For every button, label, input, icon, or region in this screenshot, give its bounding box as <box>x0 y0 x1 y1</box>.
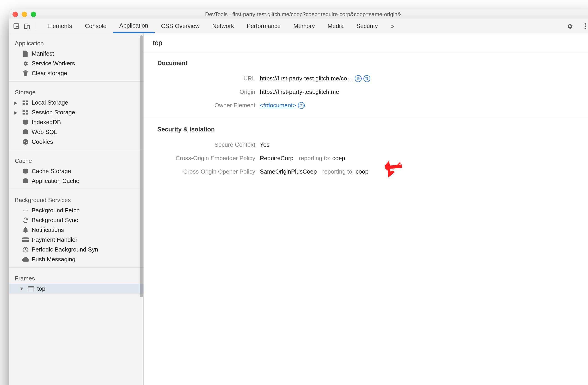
divider <box>144 117 588 117</box>
cloud-icon <box>22 256 29 263</box>
divider <box>35 22 35 31</box>
divider <box>9 81 144 82</box>
sidebar-item-label: Background Sync <box>32 217 78 224</box>
sidebar-item-label: Cookies <box>32 138 53 145</box>
owner-element-link[interactable]: <#document> <box>260 102 296 109</box>
svg-rect-12 <box>22 113 25 115</box>
reveal-in-network-icon[interactable]: ⇅ <box>363 75 370 82</box>
sidebar-item-clear-storage[interactable]: Clear storage <box>9 68 144 78</box>
origin-value: https://first-party-test.glitch.me <box>260 88 339 95</box>
sidebar-vertical-scrollbar[interactable] <box>140 35 143 297</box>
db-icon <box>22 129 29 136</box>
svg-rect-10 <box>22 110 25 112</box>
coop-reporting-value: coop <box>356 168 368 175</box>
url-label: URL <box>157 75 255 82</box>
sidebar-item-label: Background Fetch <box>32 207 80 214</box>
owner-label: Owner Element <box>157 102 255 109</box>
kebab-menu-icon[interactable] <box>581 22 588 31</box>
device-toolbar-icon[interactable] <box>22 22 31 31</box>
sidebar-item-session-storage[interactable]: ▶ Session Storage <box>9 107 144 117</box>
tab-media[interactable]: Media <box>321 19 350 33</box>
row-url: URL https://first-party-test.glitch.me/c… <box>157 72 583 85</box>
tab-network[interactable]: Network <box>206 19 240 33</box>
sidebar-item-payment-handler[interactable]: Payment Handler <box>9 235 144 245</box>
main-panel: top Document URL https://first-party-tes… <box>144 33 588 385</box>
collapse-arrow-icon[interactable]: ▼ <box>19 286 24 291</box>
more-tabs-icon[interactable]: » <box>384 19 400 33</box>
sidebar-item-label: Cache Storage <box>32 168 71 175</box>
sidebar-item-label: Notifications <box>32 226 64 234</box>
sidebar-section-storage: Storage <box>9 85 144 98</box>
row-coop: Cross-Origin Opener Policy SameOriginPlu… <box>157 165 583 178</box>
sidebar-item-service-workers[interactable]: Service Workers <box>9 59 144 68</box>
tab-console[interactable]: Console <box>78 19 113 33</box>
db-icon <box>22 178 29 185</box>
sidebar-item-push-messaging[interactable]: Push Messaging <box>9 255 144 264</box>
panel-tabs: Elements Console Application CSS Overvie… <box>41 19 400 33</box>
sidebar-item-periodic-sync[interactable]: Periodic Background Syn <box>9 245 144 255</box>
url-value: https://first-party-test.glitch.me/co… <box>260 75 353 82</box>
sidebar: Application Manifest Service Workers Cle… <box>9 33 144 385</box>
tab-performance[interactable]: Performance <box>240 19 287 33</box>
sidebar-item-cookies[interactable]: Cookies <box>9 137 144 147</box>
coop-reporting-label: reporting to: <box>322 168 354 175</box>
coep-reporting-label: reporting to: <box>299 155 330 162</box>
sidebar-item-label: Local Storage <box>32 99 68 106</box>
divider <box>9 150 144 150</box>
tab-css-overview[interactable]: CSS Overview <box>155 19 206 33</box>
sidebar-item-background-sync[interactable]: Background Sync <box>9 215 144 225</box>
reveal-in-sources-icon[interactable]: ⊖ <box>355 75 362 82</box>
coep-reporting-value: coep <box>332 155 345 162</box>
sidebar-item-cache-storage[interactable]: Cache Storage <box>9 166 144 176</box>
sidebar-section-bgservices: Background Services <box>9 192 144 206</box>
tab-security[interactable]: Security <box>350 19 384 33</box>
sidebar-item-label: Push Messaging <box>32 256 75 263</box>
coep-value: RequireCorp <box>260 155 293 162</box>
svg-rect-11 <box>26 110 28 112</box>
settings-gear-icon[interactable] <box>566 22 574 31</box>
tab-memory[interactable]: Memory <box>287 19 321 33</box>
tab-elements[interactable]: Elements <box>41 19 78 33</box>
sidebar-item-frame-top[interactable]: ▼ top <box>9 284 144 294</box>
sidebar-section-cache: Cache <box>9 153 144 166</box>
clock-icon <box>22 246 29 253</box>
sidebar-item-web-sql[interactable]: Web SQL <box>9 127 144 137</box>
reveal-in-elements-icon[interactable]: </> <box>298 102 305 109</box>
secure-context-label: Secure Context <box>157 141 255 148</box>
sidebar-item-label: Clear storage <box>32 70 67 77</box>
expand-arrow-icon[interactable]: ▶ <box>14 100 19 106</box>
document-section-title: Document <box>157 60 583 67</box>
svg-point-3 <box>585 23 586 24</box>
svg-rect-6 <box>22 101 25 102</box>
sidebar-item-label: top <box>37 285 45 292</box>
sidebar-item-label: Payment Handler <box>32 236 77 243</box>
sidebar-item-background-fetch[interactable]: Background Fetch <box>9 206 144 215</box>
sidebar-item-notifications[interactable]: Notifications <box>9 225 144 235</box>
sidebar-item-application-cache[interactable]: Application Cache <box>9 176 144 186</box>
sidebar-item-label: Periodic Background Syn <box>32 246 98 253</box>
tab-application[interactable]: Application <box>113 19 155 33</box>
security-section-title: Security & Isolation <box>157 126 583 133</box>
sidebar-item-label: Session Storage <box>32 109 75 116</box>
card-icon <box>22 236 29 243</box>
security-section: Security & Isolation Secure Context Yes … <box>144 119 588 181</box>
file-icon <box>22 50 29 57</box>
gear-icon <box>22 60 29 67</box>
secure-context-value: Yes <box>260 141 269 148</box>
row-origin: Origin https://first-party-test.glitch.m… <box>157 85 583 99</box>
titlebar: DevTools - first-party-test.glitch.me/co… <box>9 9 588 19</box>
svg-point-18 <box>26 141 27 141</box>
inspect-element-icon[interactable] <box>12 22 21 31</box>
coop-value: SameOriginPlusCoep <box>260 168 317 175</box>
svg-rect-13 <box>26 113 28 115</box>
sidebar-item-indexeddb[interactable]: IndexedDB <box>9 117 144 127</box>
sidebar-item-local-storage[interactable]: ▶ Local Storage <box>9 98 144 107</box>
expand-arrow-icon[interactable]: ▶ <box>14 110 19 115</box>
sidebar-item-manifest[interactable]: Manifest <box>9 49 144 59</box>
divider <box>9 189 144 189</box>
row-secure-context: Secure Context Yes <box>157 138 583 151</box>
db-icon <box>22 119 29 126</box>
bell-icon <box>22 227 29 234</box>
divider <box>9 267 144 268</box>
frame-heading: top <box>144 33 588 53</box>
